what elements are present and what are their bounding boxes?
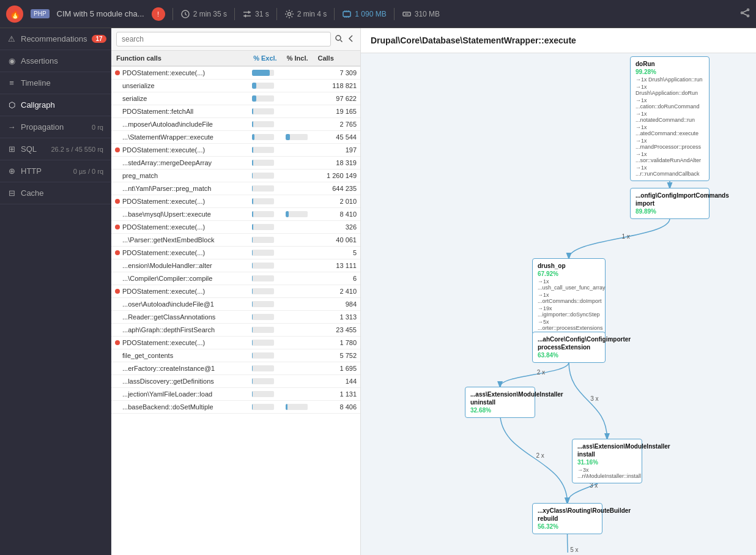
search-bar: [111, 28, 360, 51]
node-title: ...ahCore\Config\Configimporter: [538, 336, 600, 343]
table-row[interactable]: ...nt\Yaml\Parser::preg_match644 235: [111, 182, 360, 195]
propagation-icon: →: [7, 122, 16, 132]
share-button[interactable]: [740, 8, 750, 20]
col-name[interactable]: Function calls: [111, 51, 248, 66]
collapse-button[interactable]: [347, 34, 355, 45]
node-title: doRun: [636, 61, 704, 67]
sidebar-item-assertions[interactable]: ◉ Assertions: [0, 50, 111, 72]
status-dot: [115, 225, 120, 229]
status-dot: [115, 340, 120, 345]
share-icon: [740, 8, 750, 18]
graph-node-route_rebuild_1[interactable]: ...xyClass\Routing\RouteBuilderrebuild56…: [532, 503, 602, 534]
search-button[interactable]: [335, 34, 343, 45]
table-row[interactable]: PDOStatement::execute(...)2 010: [111, 195, 360, 208]
sidebar-item-callgraph[interactable]: ⬡ Callgraph: [0, 94, 111, 116]
table-row[interactable]: ...stedArray::mergeDeepArray18 319: [111, 157, 360, 169]
excl-bar: [252, 365, 274, 371]
table-row[interactable]: ...mposer\Autoload\includeFile2 765: [111, 118, 360, 131]
excl-bar: [252, 327, 274, 333]
node-call: →1x ...sor::validateRunAndAlter: [636, 151, 704, 163]
table-row[interactable]: PDOStatement::execute(...)1 780: [111, 337, 360, 349]
table-row[interactable]: ...\Compiler\Compiler::compile6: [111, 272, 360, 285]
separator-3: [276, 8, 277, 20]
status-dot: [115, 289, 120, 294]
node-title: drush_op: [538, 263, 600, 269]
graph-node-dorun[interactable]: doRun99.28%→1x Drush\Application::run→1x…: [630, 56, 710, 181]
excl-bar: [252, 275, 274, 281]
separator-4: [334, 8, 335, 20]
table-row[interactable]: ...\Parser::getNextEmbedBlock40 061: [111, 234, 360, 247]
table-row[interactable]: ...ension\ModuleHandler::alter13 111: [111, 259, 360, 272]
sidebar-item-cache[interactable]: ⊟ Cache: [0, 182, 111, 204]
table-row[interactable]: PDOStatement::execute(...)5: [111, 247, 360, 259]
metric-memory: 1 090 MB: [342, 9, 386, 19]
sidebar-item-recommendations[interactable]: ⚠ Recommendations 17: [0, 28, 111, 50]
table-row[interactable]: ...erFactory::createInstance@11 695: [111, 362, 360, 375]
svg-text:3 x: 3 x: [590, 395, 598, 402]
metric-arrows: 31 s: [242, 9, 269, 19]
sidebar-item-timeline[interactable]: ≡ Timeline: [0, 72, 111, 94]
incl-bar: [286, 211, 308, 217]
graph-node-drush_op[interactable]: drush_op67.92%→1x ...ush_call_user_func_…: [532, 258, 606, 335]
excl-bar: [252, 185, 274, 192]
topbar: 🔥 PHP CIM with 5 module cha... ! 2 min 3…: [0, 0, 756, 28]
separator-5: [394, 8, 395, 20]
excl-bar: [252, 83, 274, 89]
table-row[interactable]: ...lassDiscovery::getDefinitions144: [111, 375, 360, 388]
table-row[interactable]: PDOStatement::execute(...)2 410: [111, 285, 360, 298]
gear-icon: [284, 9, 294, 19]
node-title: install: [577, 451, 637, 458]
table-row[interactable]: ...baseBackend::doSetMultiple8 406: [111, 401, 360, 414]
excl-bar: [252, 378, 274, 384]
table-row[interactable]: serialize97 622: [111, 92, 360, 105]
node-title: ...xyClass\Routing\RouteBuilder: [538, 507, 597, 514]
svg-point-7: [336, 35, 341, 40]
status-dot: [115, 147, 120, 152]
col-excl[interactable]: % Excl.: [248, 51, 282, 66]
table-row[interactable]: PDOStatement::execute(...)197: [111, 144, 360, 157]
graph-canvas[interactable]: 1 x1 x5 x2 x3 x2 x3 x5 x1 x doRun99.28%→…: [361, 53, 756, 553]
node-call: →1x ...notatedCommand::run: [636, 111, 704, 123]
node-pct: 56.32%: [538, 523, 597, 530]
sidebar-item-http[interactable]: ⊕ HTTP 0 µs / 0 rq: [0, 160, 111, 182]
table-row[interactable]: ...\StatementWrapper::execute45 544: [111, 131, 360, 144]
svg-text:2 x: 2 x: [537, 369, 545, 376]
node-call: →1x ...cation::doRunCommand: [636, 97, 704, 110]
app-logo[interactable]: 🔥: [6, 6, 23, 23]
table-row[interactable]: PDOStatement::execute(...)326: [111, 221, 360, 234]
table-row[interactable]: PDOStatement::execute(...)7 309: [111, 66, 360, 80]
sidebar-item-propagation[interactable]: → Propagation 0 rq: [0, 116, 111, 138]
table-row[interactable]: ...aph\Graph::depthFirstSearch23 455: [111, 324, 360, 337]
graph-node-module_uninstall[interactable]: ...ass\Extension\ModuleInstalleruninstal…: [465, 387, 535, 418]
table-row[interactable]: preg_match1 260 149: [111, 169, 360, 182]
svg-rect-2: [343, 12, 350, 17]
table-row[interactable]: PDOStatement::fetchAll19 165: [111, 105, 360, 118]
table-row[interactable]: ...oser\Autoload\includeFile@1984: [111, 298, 360, 311]
excl-bar: [252, 198, 274, 204]
alert-icon[interactable]: !: [152, 7, 165, 21]
excl-bar: [252, 108, 274, 114]
graph-node-process_ext[interactable]: ...ahCore\Config\ConfigimporterprocessEx…: [532, 332, 606, 363]
excl-bar: [252, 121, 274, 127]
sidebar-item-sql[interactable]: ⊞ SQL 26.2 s / 45 550 rq: [0, 138, 111, 160]
php-badge: PHP: [31, 9, 50, 18]
table-row[interactable]: file_get_contents5 752: [111, 349, 360, 362]
col-incl[interactable]: % Incl.: [282, 51, 313, 66]
excl-bar: [252, 211, 274, 217]
graph-node-config_import[interactable]: ...onfig\ConfigImportCommandsimport89.89…: [630, 188, 710, 219]
table-row[interactable]: ...Reader::getClassAnnotations1 313: [111, 311, 360, 324]
svg-point-1: [287, 12, 291, 15]
node-pct: 32.68%: [470, 407, 530, 414]
graph-node-module_install[interactable]: ...ass\Extension\ModuleInstallerinstall3…: [572, 439, 642, 483]
col-calls[interactable]: Calls: [313, 51, 361, 66]
table-row[interactable]: ...jection\YamlFileLoader::load1 131: [111, 388, 360, 401]
excl-bar: [252, 237, 274, 243]
graph-panel: Drupal\Core\Database\StatementWrapper::e…: [361, 28, 756, 555]
node-pct: 99.28%: [636, 69, 704, 75]
table-row[interactable]: ...base\mysql\Upsert::execute8 410: [111, 208, 360, 221]
callgraph-icon: ⬡: [7, 100, 16, 110]
separator-2: [234, 8, 235, 20]
node-call: →1x Drush\Application::doRun: [636, 84, 704, 96]
table-row[interactable]: unserialize118 821: [111, 80, 360, 92]
search-input[interactable]: [116, 32, 331, 47]
